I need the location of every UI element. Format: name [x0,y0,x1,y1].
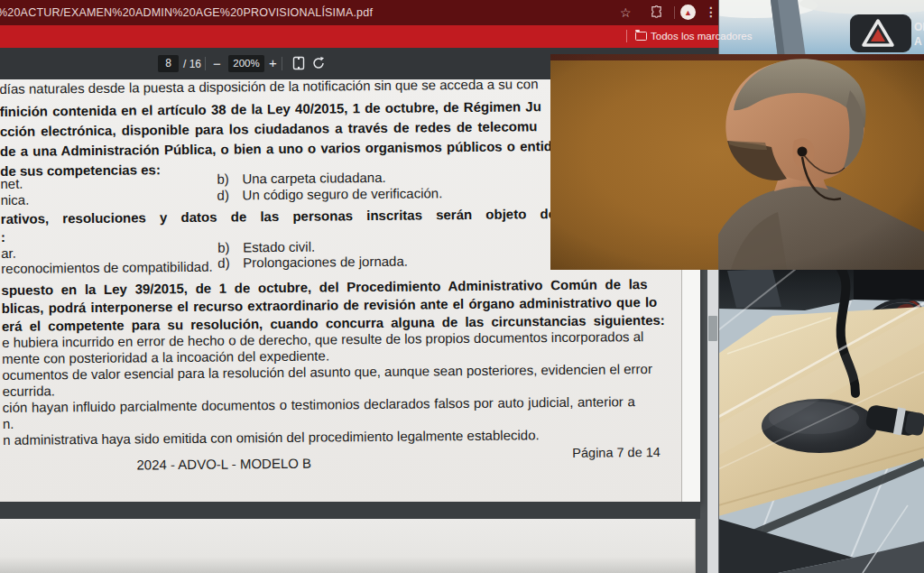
pdf-text-line: cción electrónica, disponible para los c… [0,118,537,139]
pdf-text-line: ecurrida. [3,383,56,399]
pdf-text-line: b) [217,240,230,255]
pdf-text-line: mente con posterioridad a la incoación d… [2,347,329,365]
webcam-overlay [550,54,924,270]
pdf-text-line: nica. [1,192,30,208]
menu-kebab-icon[interactable]: ⋮ [705,5,717,19]
pdf-text-line: rativos, resoluciones y datos de las per… [1,205,625,226]
pdf-text-line: : [1,229,5,245]
page-number-input[interactable]: 8 [158,55,179,72]
browser-address-bar[interactable]: %20ACTUR/EXAMEN%20ADMIN%20AGE%20PROVISIO… [0,0,718,25]
presenter-silhouette [550,54,924,270]
toolbar-divider [205,57,206,70]
pdf-text-line: d) [217,188,229,203]
pdf-footer-page-number: Página 7 de 14 [572,445,661,460]
pdf-footer-model: 2024 - ADVO-L - MODELO B [136,456,311,473]
svg-text:A: A [914,35,922,48]
bookmark-star-icon[interactable]: ☆ [620,5,632,20]
pdf-text-line: finición contenida en el artículo 38 de … [0,98,541,119]
pdf-text-line: de sus competencias es: [0,162,161,179]
pdf-text-line: Estado civil. [243,239,315,255]
toolbar-divider [282,57,282,70]
folder-icon [635,32,647,41]
all-bookmarks-button[interactable]: Todos los marcadores [651,31,753,42]
pdf-text-line: n. [3,416,14,431]
pdf-text-line: net. [0,176,23,191]
pdf-text-line: de a una Administración Pública, o bien … [0,138,559,159]
zoom-level-input[interactable]: 200% [228,55,264,72]
extensions-icon[interactable] [650,5,663,19]
screen: OP A [0,0,924,573]
zoom-in-button[interactable]: + [269,55,277,70]
pdf-text-line: ción hayan influido parcialmente documen… [3,393,635,415]
zoom-out-button[interactable]: − [213,56,221,71]
bookmarks-separator [626,30,627,42]
rotate-icon[interactable] [311,56,326,70]
pdf-text-line: d) [217,255,230,271]
pdf-text-line: ar. [1,245,16,261]
pdf-text-line: b) [217,171,229,187]
profile-badge-icon: ▲ [684,8,692,17]
page-gap [0,502,700,519]
profile-avatar[interactable]: ▲ [680,5,696,20]
scrollbar-thumb[interactable] [708,316,717,341]
pdf-text-line: Prolongaciones de jornada. [243,254,408,271]
pdf-text-line: Un código seguro de verificación. [242,185,442,202]
pdf-page-8-top [0,519,696,573]
svg-text:OP: OP [914,21,924,33]
pdf-text-line: n administrativa haya sido emitida con o… [3,427,540,448]
bookmarks-bar: Todos los marcadores [0,25,718,48]
pdf-text-line: días naturales desde la puesta a disposi… [0,79,539,97]
page-total-label: / 16 [183,58,201,70]
url-text[interactable]: %20ACTUR/EXAMEN%20ADMIN%20AGE%20PROVISIO… [0,6,373,19]
pdf-text-line: reconocimientos de compatibilidad. [1,259,212,276]
pdf-text-line: Una carpeta ciudadana. [242,170,385,187]
toolbar-separator [674,6,675,19]
fit-page-icon[interactable] [291,56,306,70]
